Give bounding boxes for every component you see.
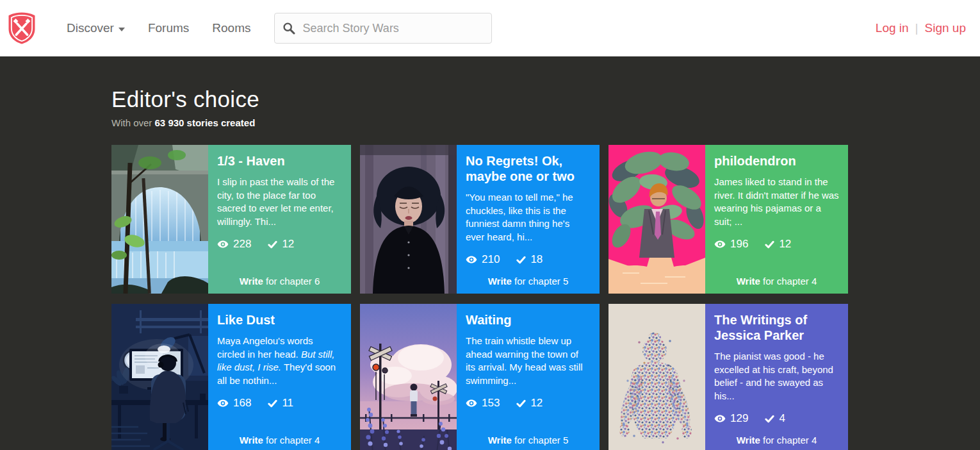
story-card-grid: 1/3 - Haven I slip in past the walls of … (111, 145, 849, 450)
story-panel: 1/3 - Haven I slip in past the walls of … (208, 145, 351, 294)
nav-item-rooms-label: Rooms (212, 21, 250, 35)
views-stat: 210 (466, 253, 500, 266)
checks-stat: 18 (516, 253, 543, 266)
checks-count: 18 (530, 253, 543, 266)
nav-item-rooms[interactable]: Rooms (212, 21, 250, 35)
story-panel: The Writings of Jessica Parker The piani… (705, 304, 848, 450)
views-count: 210 (482, 253, 500, 266)
story-panel: Like Dust Maya Angelou's words circled i… (208, 304, 351, 450)
chevron-down-icon (118, 28, 125, 31)
views-count: 168 (233, 397, 251, 410)
checks-stat: 11 (268, 397, 293, 410)
story-title[interactable]: No Regrets! Ok, maybe one or two (466, 153, 591, 184)
editors-choice-section: Editor's choice With over 63 930 stories… (0, 56, 980, 450)
views-count: 153 (482, 397, 500, 410)
story-stats: 228 12 (217, 238, 342, 251)
write-chapter-button[interactable]: Write for chapter 4 (705, 435, 848, 446)
story-card-no-regrets[interactable]: No Regrets! Ok, maybe one or two "You me… (360, 145, 600, 294)
write-chapter-button[interactable]: Write for chapter 5 (457, 435, 600, 446)
top-navbar: Discover Forums Rooms Log in | Sign up (0, 0, 980, 56)
views-count: 196 (730, 238, 748, 251)
views-stat: 153 (466, 397, 500, 410)
story-stats: 196 12 (714, 238, 839, 251)
views-eye-icon (714, 413, 726, 424)
story-stats: 129 4 (714, 412, 839, 425)
write-chapter-button[interactable]: Write for chapter 4 (208, 435, 351, 446)
search-icon (282, 22, 295, 35)
story-card-waiting[interactable]: Waiting The train whistle blew up ahead … (360, 304, 600, 450)
story-card-jessica-parker[interactable]: The Writings of Jessica Parker The piani… (608, 304, 848, 450)
views-count: 129 (730, 412, 748, 425)
views-stat: 168 (217, 397, 251, 410)
checks-count: 11 (282, 397, 293, 410)
main-nav: Discover Forums Rooms (67, 21, 251, 35)
views-eye-icon (217, 397, 229, 409)
story-excerpt: James liked to stand in the river. It di… (714, 176, 839, 228)
views-count: 228 (233, 238, 251, 251)
story-excerpt: Maya Angelou's words circled in her head… (217, 335, 342, 387)
story-cover-plant-man (608, 145, 705, 294)
nav-item-forums-label: Forums (148, 21, 189, 35)
auth-links: Log in | Sign up (876, 21, 966, 35)
story-cover-waterfall-bridge (111, 145, 208, 294)
write-chapter-button[interactable]: Write for chapter 4 (705, 276, 848, 287)
checks-stat: 4 (765, 412, 785, 425)
story-cover-girl-portrait (360, 145, 457, 294)
views-stat: 129 (714, 412, 748, 425)
checks-stat: 12 (765, 238, 791, 251)
checks-stat: 12 (516, 397, 543, 410)
story-title[interactable]: Like Dust (217, 312, 342, 328)
story-excerpt: The train whistle blew up ahead warning … (466, 335, 591, 387)
story-stats: 153 12 (466, 397, 591, 410)
search-input[interactable] (274, 13, 492, 44)
auth-divider: | (915, 21, 919, 35)
stories-count: 63 930 stories created (155, 117, 256, 128)
nav-item-discover-label: Discover (67, 21, 114, 35)
story-excerpt: "You mean to tell me," he chuckles, like… (466, 191, 591, 244)
checkmark-icon (765, 240, 774, 249)
write-chapter-button[interactable]: Write for chapter 6 (208, 276, 351, 287)
views-eye-icon (217, 238, 229, 250)
checkmark-icon (765, 414, 774, 424)
views-eye-icon (714, 238, 726, 250)
views-eye-icon (466, 397, 477, 409)
story-excerpt: I slip in past the walls of the city, to… (217, 176, 342, 228)
story-title[interactable]: Waiting (466, 312, 591, 328)
story-card-philodendron[interactable]: philodendron James liked to stand in the… (608, 145, 848, 294)
story-title[interactable]: philodendron (714, 153, 839, 169)
story-cover-night-desk (111, 304, 208, 450)
story-excerpt: The pianist was good - he excelled at hi… (714, 350, 839, 403)
views-eye-icon (466, 254, 477, 265)
checks-count: 4 (779, 412, 785, 425)
story-stats: 168 11 (217, 397, 342, 410)
log-in-link[interactable]: Log in (876, 21, 909, 35)
checks-count: 12 (530, 397, 543, 410)
search-box (274, 13, 492, 44)
story-title[interactable]: 1/3 - Haven (217, 153, 342, 169)
story-title[interactable]: The Writings of Jessica Parker (714, 312, 839, 343)
story-wars-logo-icon[interactable] (6, 12, 37, 45)
story-card-haven[interactable]: 1/3 - Haven I slip in past the walls of … (111, 145, 351, 294)
story-card-like-dust[interactable]: Like Dust Maya Angelou's words circled i… (111, 304, 351, 450)
story-panel: philodendron James liked to stand in the… (705, 145, 848, 294)
checkmark-icon (516, 399, 526, 408)
sign-up-link[interactable]: Sign up (925, 21, 966, 35)
checks-count: 12 (779, 238, 791, 251)
views-stat: 228 (217, 238, 251, 251)
checkmark-icon (268, 399, 277, 408)
subtitle-prefix: With over (111, 117, 152, 128)
stories-created-subtitle: With over 63 930 stories created (111, 117, 849, 128)
story-stats: 210 18 (466, 253, 591, 266)
nav-item-discover[interactable]: Discover (67, 21, 125, 35)
story-panel: No Regrets! Ok, maybe one or two "You me… (457, 145, 600, 294)
checks-count: 12 (282, 238, 294, 251)
story-cover-railway-sunset (360, 304, 457, 450)
nav-item-forums[interactable]: Forums (148, 21, 189, 35)
write-chapter-button[interactable]: Write for chapter 5 (457, 276, 600, 287)
story-cover-butterfly-figure (608, 304, 705, 450)
checkmark-icon (268, 240, 277, 249)
checkmark-icon (516, 255, 526, 265)
page-title: Editor's choice (111, 87, 849, 112)
story-panel: Waiting The train whistle blew up ahead … (457, 304, 600, 450)
checks-stat: 12 (268, 238, 294, 251)
